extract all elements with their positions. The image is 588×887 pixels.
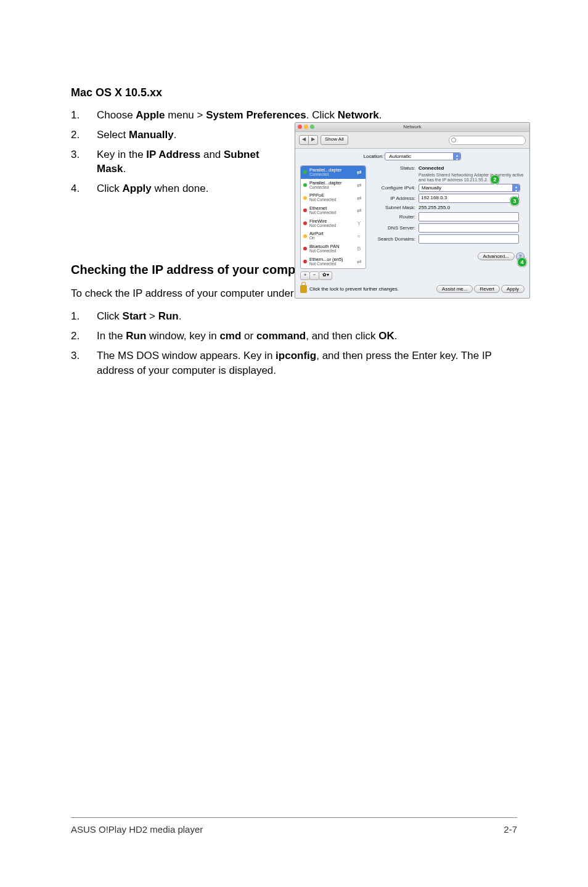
interface-icon: ⇄: [355, 169, 363, 175]
action-menu-button[interactable]: ✿▾: [319, 271, 332, 280]
sidebar-item[interactable]: EthernetNot Connected⇄: [301, 204, 365, 217]
revert-button[interactable]: Revert: [474, 285, 500, 293]
status-dot-icon: [303, 170, 307, 174]
step-item: 3.The MS DOS window appears. Key in ipco…: [71, 349, 517, 378]
step-item: 1.Choose Apple menu > System Preferences…: [71, 108, 517, 123]
network-services-sidebar[interactable]: Parallel...dapterConnected⇄Parallel...da…: [300, 165, 366, 269]
status-dot-icon: [303, 234, 307, 238]
section-title: Mac OS X 10.5.xx: [71, 86, 517, 99]
callout-badge-2: 2: [490, 175, 500, 184]
location-select[interactable]: Automatic ▴▾: [385, 152, 461, 160]
ip-address-field[interactable]: 192.168.0.3: [419, 194, 519, 203]
interface-icon: ⇄: [355, 195, 363, 201]
win-steps-list: 1.Click Start > Run.2.In the Run window,…: [71, 309, 517, 377]
status-dot-icon: [303, 260, 307, 263]
step-item: 2.In the Run window, key in cmd or comma…: [71, 329, 517, 344]
page-footer: ASUS O!Play HD2 media player 2-7: [71, 817, 517, 835]
toolbar: ◀ ▶ Show All: [295, 132, 529, 149]
interface-icon: ⇄: [355, 207, 363, 213]
search-input[interactable]: [449, 136, 526, 145]
router-field[interactable]: [419, 212, 519, 221]
step-item: 1.Click Start > Run.: [71, 309, 517, 324]
close-icon[interactable]: [298, 125, 302, 129]
back-button[interactable]: ◀: [299, 135, 309, 145]
sidebar-item[interactable]: Parallel...dapterConnected⇄: [301, 166, 365, 179]
search-domains-field[interactable]: [419, 234, 519, 244]
window-title: Network: [403, 124, 421, 130]
status-dot-icon: [303, 247, 307, 250]
location-row: Location: Automatic ▴▾: [300, 152, 525, 160]
zoom-icon[interactable]: [310, 125, 314, 129]
window-titlebar: Network: [295, 123, 529, 132]
status-dot-icon: [303, 221, 307, 225]
sidebar-item[interactable]: FireWireNot ConnectedY: [301, 217, 365, 230]
sidebar-item[interactable]: PPPoENot Connected⇄: [301, 191, 365, 204]
interface-icon: ≈: [355, 233, 363, 239]
network-prefs-screenshot: Network ◀ ▶ Show All Location: Automatic…: [295, 122, 530, 299]
minimize-icon[interactable]: [304, 125, 308, 129]
sidebar-item[interactable]: Parallel...dapterConnected⇄: [301, 179, 365, 192]
remove-service-button[interactable]: −: [309, 271, 319, 280]
forward-button[interactable]: ▶: [309, 135, 318, 145]
subnet-mask-value: 255.255.255.0: [419, 205, 525, 210]
chevron-updown-icon: ▴▾: [512, 184, 520, 191]
sidebar-item[interactable]: Ethern...or (en5)Not Connected⇄: [301, 255, 365, 268]
lock-text: Click the lock to prevent further change…: [309, 286, 435, 292]
sidebar-item[interactable]: Bluetooth PANNot ConnectedB: [301, 242, 365, 255]
status-dot-icon: [303, 196, 307, 200]
status-value: Connected: [419, 165, 444, 171]
status-dot-icon: [303, 183, 307, 187]
sidebar-item[interactable]: AirPortOn≈: [301, 229, 365, 242]
status-dot-icon: [303, 208, 307, 212]
footer-product: ASUS O!Play HD2 media player: [71, 824, 203, 835]
apply-button[interactable]: Apply: [501, 285, 525, 293]
add-service-button[interactable]: +: [300, 271, 310, 280]
advanced-button[interactable]: Advanced...: [478, 252, 515, 260]
detail-pane: Status: Connected Parallels Shared Netwo…: [371, 165, 525, 280]
interface-icon: ⇄: [355, 182, 363, 188]
interface-icon: B: [355, 245, 363, 252]
dns-server-field[interactable]: [419, 223, 519, 233]
footer-pagenum: 2-7: [504, 824, 517, 835]
status-note: Parallels Shared Networking Adapter is c…: [419, 173, 525, 182]
chevron-updown-icon: ▴▾: [453, 153, 460, 160]
interface-icon: ⇄: [355, 258, 363, 265]
assist-me-button[interactable]: Assist me...: [436, 285, 473, 293]
configure-ipv4-select[interactable]: Manually ▴▾: [419, 184, 520, 192]
lock-icon[interactable]: [300, 285, 307, 293]
show-all-button[interactable]: Show All: [321, 135, 348, 145]
interface-icon: Y: [355, 220, 363, 226]
traffic-lights[interactable]: [298, 125, 314, 129]
callout-badge-4: 4: [517, 257, 527, 267]
